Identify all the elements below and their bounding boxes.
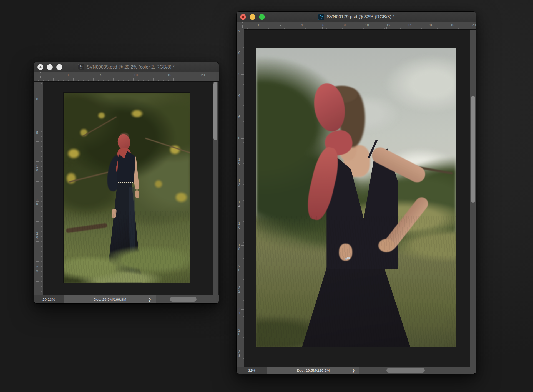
vertical-ruler[interactable]: 20246810121416182022242628 <box>237 30 245 367</box>
horizontal-scrollbar-thumb[interactable] <box>386 368 425 373</box>
ruler-tick-label: 5 <box>35 131 39 135</box>
ruler-tick-label: 18 <box>451 23 454 27</box>
document-title: SVN00035.psd @ 20,2% (color 2, RGB/8) * <box>87 65 175 70</box>
zoom-level-field[interactable]: 20,23% <box>34 295 64 303</box>
vertical-scrollbar[interactable] <box>213 82 218 295</box>
ruler-tick-label: 12 <box>237 179 241 187</box>
ruler-tick-label: 4 <box>301 23 303 27</box>
ruler-tick-label: 2 <box>237 72 241 76</box>
ruler-tick-label: 10 <box>134 73 138 77</box>
vertical-ruler[interactable]: 0510152025 <box>34 82 44 295</box>
status-bar: 20,23% Doc: 29,5M/169,8M ❯ <box>34 295 219 303</box>
psd-file-icon: Ps PSD <box>318 14 324 20</box>
photo-tone-overlay <box>64 93 190 283</box>
close-button-icon[interactable] <box>37 64 43 70</box>
ruler-tick-label: 16 <box>237 222 241 229</box>
vertical-scrollbar-thumb[interactable] <box>213 82 217 140</box>
ruler-tick-label: 18 <box>237 243 241 251</box>
status-popup-chevron-icon[interactable]: ❯ <box>352 368 355 373</box>
photoshop-document-window-svn00179[interactable]: Ps PSD SVN00179.psd @ 32% (RGB/8) * 0246… <box>237 12 476 374</box>
ruler-tick-label: 20 <box>35 232 39 239</box>
ruler-tick-label: 20 <box>472 23 476 27</box>
ruler-tick-label: 6 <box>237 115 241 119</box>
ruler-tick-label: 22 <box>237 286 241 294</box>
ruler-tick-label: 6 <box>322 23 324 27</box>
ruler-origin-marker-v <box>242 22 243 30</box>
ruler-tick-label: 10 <box>35 165 39 172</box>
ruler-tick-label: 10 <box>365 23 369 27</box>
ruler-tick-label: 2 <box>237 30 241 33</box>
title-bar[interactable]: Ps PSD SVN00035.psd @ 20,2% (color 2, RG… <box>34 62 219 72</box>
ruler-tick-label: 25 <box>35 265 39 273</box>
traffic-lights <box>37 64 62 70</box>
vertical-scrollbar-thumb[interactable] <box>471 96 475 203</box>
photo-tone-overlay <box>256 48 456 347</box>
ruler-tick-label: 28 <box>237 350 241 358</box>
ruler-tick-label: 20 <box>201 73 205 77</box>
ruler-tick-label: 14 <box>237 200 241 208</box>
ruler-tick-label: 8 <box>237 136 241 140</box>
status-popup-chevron-icon[interactable]: ❯ <box>148 297 151 302</box>
close-button-icon[interactable] <box>240 14 246 20</box>
minimize-button-icon[interactable] <box>47 64 53 70</box>
ruler-tick-label: 4 <box>237 93 241 97</box>
psd-file-icon: Ps PSD <box>78 64 84 70</box>
zoom-level-field[interactable]: 32% <box>237 367 267 374</box>
ruler-tick-label: 5 <box>100 73 102 77</box>
minimize-button-icon[interactable] <box>250 14 255 20</box>
ruler-tick-label: 15 <box>167 73 171 77</box>
ruler-tick-label: 12 <box>386 23 390 27</box>
horizontal-scrollbar-thumb[interactable] <box>170 297 197 302</box>
zoom-button-icon[interactable] <box>56 64 62 70</box>
ruler-tick-label: 0 <box>237 51 241 55</box>
traffic-lights <box>240 14 265 20</box>
ruler-tick-label: 24 <box>237 307 241 315</box>
document-sizes-readout[interactable]: Doc: 29,5M/169,8M ❯ <box>64 295 156 303</box>
photo-document-svn00179 <box>256 48 456 347</box>
ruler-tick-label: 14 <box>408 23 412 27</box>
ruler-tick-label: 10 <box>237 158 241 165</box>
photoshop-document-window-svn00035[interactable]: Ps PSD SVN00035.psd @ 20,2% (color 2, RG… <box>34 62 219 303</box>
vertical-scrollbar[interactable] <box>470 30 476 367</box>
zoom-button-icon[interactable] <box>259 14 265 20</box>
horizontal-ruler[interactable]: 05101520 <box>34 72 219 82</box>
photo-document-svn00035 <box>64 93 190 283</box>
ruler-tick-label: 2 <box>280 23 281 27</box>
horizontal-scrollbar[interactable] <box>156 295 219 303</box>
status-bar: 32% Doc: 29,5M/229,2M ❯ <box>237 367 476 374</box>
document-title: SVN00179.psd @ 32% (RGB/8) * <box>327 14 394 19</box>
ruler-tick-label: 26 <box>237 328 241 336</box>
ruler-origin-marker-h <box>34 80 43 80</box>
document-sizes-readout[interactable]: Doc: 29,5M/229,2M ❯ <box>267 367 359 374</box>
ruler-tick-label: 16 <box>429 23 433 27</box>
ruler-tick-label: 0 <box>258 23 260 27</box>
title-bar[interactable]: Ps PSD SVN00179.psd @ 32% (RGB/8) * <box>237 12 476 22</box>
ruler-origin-marker-h <box>237 28 244 28</box>
ruler-tick-label: 8 <box>344 23 346 27</box>
ruler-tick-label: 20 <box>237 264 241 272</box>
ruler-tick-label: 0 <box>67 73 69 77</box>
ruler-tick-label: 0 <box>35 97 39 101</box>
ruler-tick-label: 15 <box>35 198 39 206</box>
horizontal-scrollbar[interactable] <box>359 367 476 374</box>
